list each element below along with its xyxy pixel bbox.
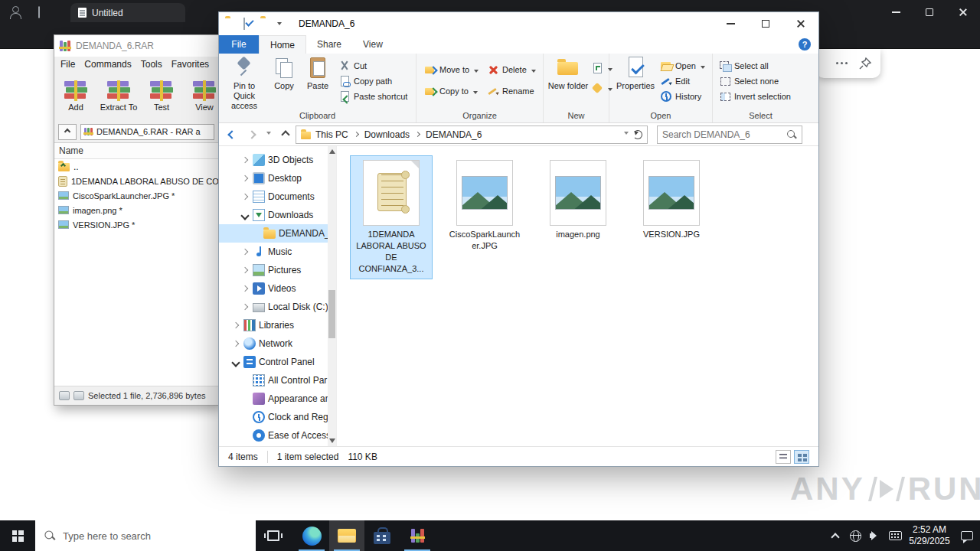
- nav-item-all-control-panel[interactable]: All Control Par: [219, 371, 328, 390]
- expand-caret-icon[interactable]: [231, 321, 240, 330]
- expand-caret-icon[interactable]: [240, 174, 250, 183]
- tab-view[interactable]: View: [352, 35, 394, 54]
- back-button[interactable]: [222, 126, 242, 144]
- test-button[interactable]: Test: [140, 73, 183, 119]
- collapse-caret-icon[interactable]: [240, 210, 250, 220]
- browser-tab[interactable]: Untitled: [70, 3, 185, 22]
- extract-to-button[interactable]: Extract To: [97, 73, 140, 119]
- flyout-more-button[interactable]: [836, 61, 848, 66]
- properties-button[interactable]: Properties: [614, 55, 657, 106]
- taskbar-file-explorer-button[interactable]: [329, 520, 364, 551]
- cut-button[interactable]: Cut: [338, 59, 367, 73]
- browser-maximize-button[interactable]: [913, 0, 946, 24]
- touch-keyboard-button[interactable]: [885, 520, 905, 551]
- tab-file[interactable]: File: [219, 35, 259, 54]
- taskbar-store-button[interactable]: [364, 520, 400, 551]
- copy-path-button[interactable]: Copy path: [338, 74, 392, 88]
- forward-button[interactable]: [242, 126, 262, 144]
- scroll-up-icon[interactable]: [329, 149, 335, 154]
- browser-minimize-button[interactable]: [879, 0, 913, 24]
- explorer-minimize-button[interactable]: [713, 12, 748, 35]
- select-all-button[interactable]: Select all: [719, 59, 769, 73]
- winrar-name-column-header[interactable]: Name: [54, 143, 218, 159]
- breadcrumb-downloads[interactable]: Downloads: [364, 129, 410, 140]
- file-item-version[interactable]: VERSION.JPG: [631, 156, 712, 240]
- expand-caret-icon[interactable]: [240, 302, 250, 311]
- edit-button[interactable]: Edit: [660, 74, 690, 88]
- nav-item-libraries[interactable]: Libraries: [219, 316, 328, 334]
- copy-button[interactable]: Copy: [268, 55, 300, 106]
- menu-file[interactable]: File: [60, 59, 75, 70]
- open-button[interactable]: Open: [660, 59, 705, 73]
- nav-item-desktop[interactable]: Desktop: [219, 169, 328, 187]
- expand-caret-icon[interactable]: [240, 266, 250, 275]
- nav-item-3d-objects[interactable]: 3D Objects: [219, 151, 328, 169]
- expand-caret-icon[interactable]: [240, 155, 250, 165]
- collapse-caret-icon[interactable]: [231, 357, 240, 367]
- nav-item-music[interactable]: Music: [219, 243, 328, 261]
- hidden-icons-button[interactable]: [825, 520, 845, 551]
- taskbar-clock[interactable]: 2:52 AM 5/29/2025: [905, 524, 954, 547]
- expand-caret-icon[interactable]: [240, 284, 250, 293]
- menu-tools[interactable]: Tools: [141, 59, 162, 70]
- move-to-button[interactable]: Move to: [424, 63, 479, 77]
- volume-tray-button[interactable]: [865, 520, 885, 551]
- nav-item-clock-region[interactable]: Clock and Regi: [219, 408, 328, 426]
- details-view-button[interactable]: [776, 450, 791, 464]
- nav-item-demanda6[interactable]: DEMANDA_6: [219, 224, 328, 243]
- paste-shortcut-button[interactable]: Paste shortcut: [338, 90, 407, 103]
- scrollbar-thumb[interactable]: [328, 290, 335, 338]
- breadcrumb-this-pc[interactable]: This PC: [315, 129, 348, 140]
- help-button[interactable]: ?: [799, 38, 811, 51]
- winrar-up-button[interactable]: [58, 124, 77, 140]
- rename-button[interactable]: Rename: [487, 84, 534, 98]
- tab-share[interactable]: Share: [306, 35, 352, 54]
- explorer-search-input[interactable]: [662, 129, 783, 140]
- taskbar-edge-button[interactable]: [294, 520, 329, 551]
- search-icon[interactable]: [786, 129, 797, 140]
- copy-to-button[interactable]: Copy to: [424, 84, 478, 98]
- browser-close-button[interactable]: [946, 0, 980, 24]
- nav-item-control-panel[interactable]: Control Panel: [219, 353, 328, 371]
- winrar-row-up[interactable]: ..: [54, 159, 218, 174]
- qat-properties-button[interactable]: [243, 18, 245, 29]
- winrar-row-ciscospark[interactable]: CiscoSparkLauncher.JPG *: [54, 188, 218, 203]
- expand-caret-icon[interactable]: [240, 247, 250, 256]
- file-item-imagen[interactable]: imagen.png: [537, 156, 619, 240]
- file-item-demanda[interactable]: 1DEMANDA LABORAL ABUSO DE CONFIANZA_3...: [351, 156, 432, 279]
- large-icons-view-button[interactable]: [794, 450, 809, 464]
- nav-item-documents[interactable]: Documents: [219, 187, 328, 206]
- pin-icon[interactable]: [859, 57, 871, 70]
- address-history-caret[interactable]: [624, 132, 629, 137]
- history-button[interactable]: History: [660, 90, 701, 103]
- nav-item-downloads[interactable]: Downloads: [219, 206, 328, 224]
- address-bar[interactable]: This PC Downloads DEMANDA_6: [296, 126, 648, 144]
- view-button[interactable]: View: [183, 73, 219, 119]
- start-button[interactable]: [0, 520, 35, 551]
- nav-item-appearance[interactable]: Appearance an: [219, 390, 328, 408]
- tab-home[interactable]: Home: [259, 35, 306, 54]
- taskbar-search-input[interactable]: [63, 530, 247, 542]
- explorer-close-button[interactable]: [783, 12, 818, 35]
- menu-favorites[interactable]: Favorites: [172, 59, 209, 70]
- nav-item-videos[interactable]: Videos: [219, 279, 328, 298]
- qat-customize-caret[interactable]: [277, 22, 282, 28]
- breadcrumb-demanda6[interactable]: DEMANDA_6: [426, 129, 482, 140]
- winrar-row-version[interactable]: VERSION.JPG *: [54, 217, 218, 232]
- scroll-down-icon[interactable]: [329, 439, 335, 443]
- new-folder-button[interactable]: New folder: [547, 55, 590, 106]
- explorer-maximize-button[interactable]: [748, 12, 783, 35]
- nav-item-pictures[interactable]: Pictures: [219, 261, 328, 279]
- refresh-icon[interactable]: [633, 130, 642, 139]
- menu-commands[interactable]: Commands: [84, 59, 131, 70]
- expand-caret-icon[interactable]: [240, 192, 250, 201]
- invert-selection-button[interactable]: Invert selection: [719, 90, 791, 103]
- browser-workspace-icon[interactable]: [38, 7, 40, 18]
- pin-to-quick-access-button[interactable]: Pin to Quick access: [222, 55, 266, 106]
- network-tray-button[interactable]: [845, 520, 865, 551]
- taskbar-winrar-button[interactable]: [400, 520, 435, 551]
- task-view-button[interactable]: [256, 520, 291, 551]
- winrar-row-demanda[interactable]: 1DEMANDA LABORAL ABUSO DE CO: [54, 174, 218, 188]
- paste-button[interactable]: Paste: [300, 55, 335, 106]
- select-none-button[interactable]: Select none: [719, 74, 779, 88]
